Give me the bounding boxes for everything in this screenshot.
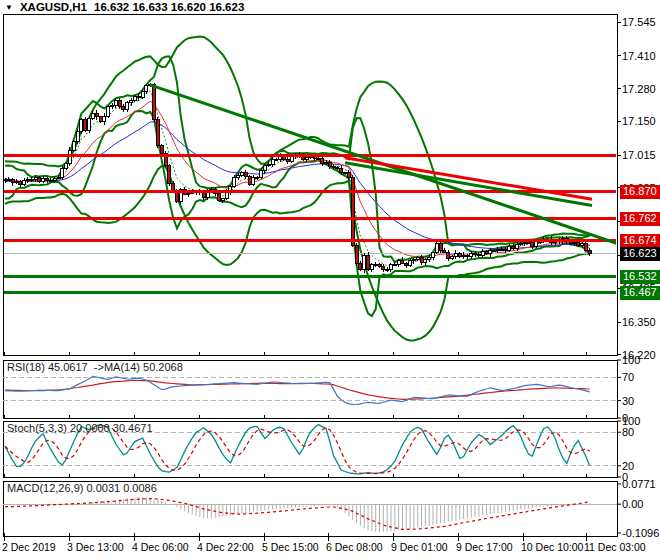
- chart-window: ▼ XAGUSD,H1 16.632 16.633 16.620 16.623 …: [0, 0, 660, 560]
- symbol-title: XAGUSD,H1: [20, 1, 87, 13]
- chart-canvas[interactable]: [0, 0, 660, 560]
- title-bar: ▼ XAGUSD,H1 16.632 16.633 16.620 16.623: [5, 1, 244, 13]
- symbol-dropdown-icon[interactable]: ▼: [5, 3, 13, 12]
- ohlc-values: 16.632 16.633 16.620 16.623: [94, 1, 244, 13]
